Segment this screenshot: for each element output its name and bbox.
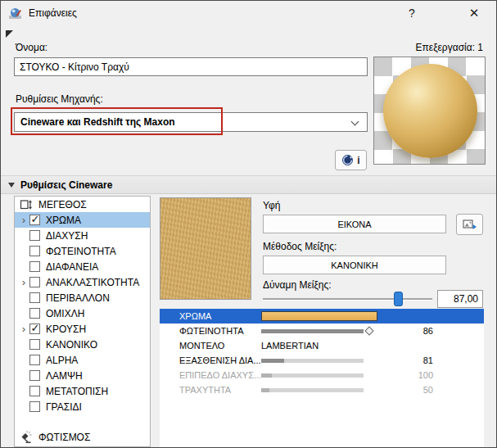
help-button[interactable]: ? [398,1,426,25]
property-control [261,368,384,382]
channel-row[interactable]: ›ΚΡΟΥΣΗ [15,321,150,337]
size-icon [20,198,34,211]
channel-label: ΟΜΙΧΛΗ [46,308,84,319]
channel-checkbox[interactable] [29,355,40,365]
channel-checkbox[interactable] [29,230,40,241]
property-label: ΧΡΩΜΑ [160,311,261,321]
channel-row[interactable]: ΚΑΝΟΝΙΚΟ [15,337,150,352]
channel-label: ΠΕΡΙΒΑΛΛΟΝ [46,292,110,304]
slider-thumb[interactable] [394,292,403,306]
property-row[interactable]: ΕΠΙΠΕΔΟ ΔΙΑΧΥΣ...100 [160,368,484,382]
chevron-down-icon [351,118,359,126]
channel-label: ΦΩΤΕΙΝΟΤΗΤΑ [46,246,116,257]
property-row[interactable]: ΧΡΩΜΑ [160,309,484,324]
mini-slider[interactable] [261,388,364,392]
mini-slider[interactable] [261,359,364,363]
channel-checkbox[interactable] [29,292,40,303]
property-label: ΜΟΝΤΕΛΟ [160,341,261,351]
channel-label: ΧΡΩΜΑ [46,215,81,226]
panel-collapse-icon[interactable] [6,30,13,38]
property-row[interactable]: ΕΞΑΣΘΕΝΙΣΗ ΔΙΑ...81 [160,353,484,368]
channel-checkbox[interactable] [29,246,40,256]
channel-list: ΜΕΓΕΘΟΣ›ΧΡΩΜΑΔΙΑΧΥΣΗΦΩΤΕΙΝΟΤΗΤΑΔΙΑΦΑΝΕΙΑ… [14,196,151,447]
channel-row[interactable]: ΜΕΤΑΤΟΠΙΣΗ [15,383,150,399]
property-label: ΦΩΤΕΙΝΟΤΗΤΑ [160,326,261,336]
texture-label: Υφή [263,200,280,211]
channel-checkbox[interactable] [29,308,40,319]
engine-dropdown[interactable]: Cineware και Redshift της Maxon [14,112,368,132]
cineware-info-button[interactable]: i [335,150,367,170]
channel-label: ΔΙΑΦΑΝΕΙΑ [46,261,98,273]
light-icon [20,431,34,444]
channel-row[interactable]: ΔΙΑΦΑΝΕΙΑ [15,259,150,274]
channel-row[interactable]: ΛΑΜΨΗ [15,368,150,383]
mini-slider-fill [261,373,272,378]
channel-label: ΓΡΑΣΙΔΙ [46,401,82,413]
property-control: LAMBERTIAN [261,338,384,353]
property-value: 50 [384,385,433,395]
app-icon [8,7,22,20]
titlebar[interactable]: Επιφάνειες ? ✕ [1,1,496,25]
mini-slider-fill [261,359,284,363]
image-button[interactable]: ΕΙΚΟΝΑ [263,215,446,233]
property-value: 81 [384,355,433,365]
channel-row[interactable]: ›ΧΡΩΜΑ [15,212,150,228]
property-label: ΤΡΑΧΥΤΗΤΑ [160,385,261,395]
mix-method-button[interactable]: ΚΑΝΟΝΙΚΗ [263,256,446,274]
channel-row[interactable]: ›ΑΝΑΚΛΑΣΤΙΚΟΤΗΤΑ [15,274,150,290]
property-control [261,353,384,368]
mini-slider[interactable] [261,373,364,378]
property-value: 86 [384,326,433,336]
mini-slider[interactable] [261,329,364,333]
expand-chevron-icon[interactable]: › [18,321,29,337]
property-text-value: LAMBERTIAN [261,338,319,353]
cineware-section-header[interactable]: Ρυθμίσεις Cineware [1,175,497,194]
mix-strength-label: Δύναμη Μείξης: [263,279,332,291]
texture-options-button[interactable] [456,214,483,235]
property-row[interactable]: ΜΟΝΤΕΛΟLAMBERTIAN [160,338,484,353]
expand-chevron-icon[interactable]: › [18,274,29,290]
channel-checkbox[interactable] [29,339,40,350]
channel-row[interactable]: ΠΕΡΙΒΑΛΛΟΝ [15,290,150,305]
preview-sphere [383,64,477,158]
material-preview [373,57,486,165]
channel-label: ΛΑΜΨΗ [46,370,83,382]
channel-row[interactable]: ΓΡΑΣΙΔΙ [15,399,150,414]
edited-count: Επεξεργασία: 1 [416,42,483,53]
mini-slider-fill [261,329,364,333]
channel-checkbox[interactable] [29,324,40,334]
channel-row[interactable]: ΔΙΑΧΥΣΗ [15,228,150,243]
channel-label: ΔΙΑΧΥΣΗ [46,230,88,242]
slider-marker-icon[interactable] [364,326,373,335]
channel-row[interactable]: ΦΩΤΙΣΜΟΣ [15,429,150,445]
texture-thumbnail[interactable] [160,197,251,300]
mix-strength-value[interactable]: 87,00 [437,290,483,308]
channel-row[interactable]: ΦΩΤΕΙΝΟΤΗΤΑ [15,243,150,259]
channel-label: ΜΕΤΑΤΟΠΙΣΗ [46,386,108,397]
channel-row[interactable]: ΟΜΙΧΛΗ [15,305,150,321]
engine-value: Cineware και Redshift της Maxon [15,116,175,128]
channel-label: ΜΕΓΕΘΟΣ [38,199,87,210]
surfaces-dialog: Επιφάνειες ? ✕ Όνομα: Επεξεργασία: 1 Ρυθ… [0,0,497,448]
expand-chevron-icon[interactable]: › [18,212,29,228]
color-swatch[interactable] [261,311,377,321]
channel-checkbox[interactable] [29,370,40,381]
channel-label: ΑΝΑΚΛΑΣΤΙΚΟΤΗΤΑ [46,277,139,288]
channel-checkbox[interactable] [29,215,40,225]
channel-checkbox[interactable] [29,277,40,287]
channel-row[interactable]: ΜΕΓΕΘΟΣ [15,197,150,212]
channel-checkbox[interactable] [29,401,40,412]
mix-method-label: Μέθοδος Μείξης: [263,241,337,252]
property-table: ΧΡΩΜΑΦΩΤΕΙΝΟΤΗΤΑ86ΜΟΝΤΕΛΟLAMBERTIANΕΞΑΣΘ… [160,309,484,448]
channel-checkbox[interactable] [29,386,40,396]
close-button[interactable]: ✕ [460,1,488,25]
cinema4d-icon [341,154,354,166]
channel-row[interactable]: ALPHA [15,352,150,368]
property-row[interactable]: ΦΩΤΕΙΝΟΤΗΤΑ86 [160,324,484,338]
mix-strength-slider[interactable] [263,291,432,307]
window-title: Επιφάνειες [29,7,77,19]
channel-checkbox[interactable] [29,261,40,272]
name-input[interactable] [14,57,368,76]
property-row[interactable]: ΤΡΑΧΥΤΗΤΑ50 [160,382,484,397]
image-file-icon [463,218,477,231]
